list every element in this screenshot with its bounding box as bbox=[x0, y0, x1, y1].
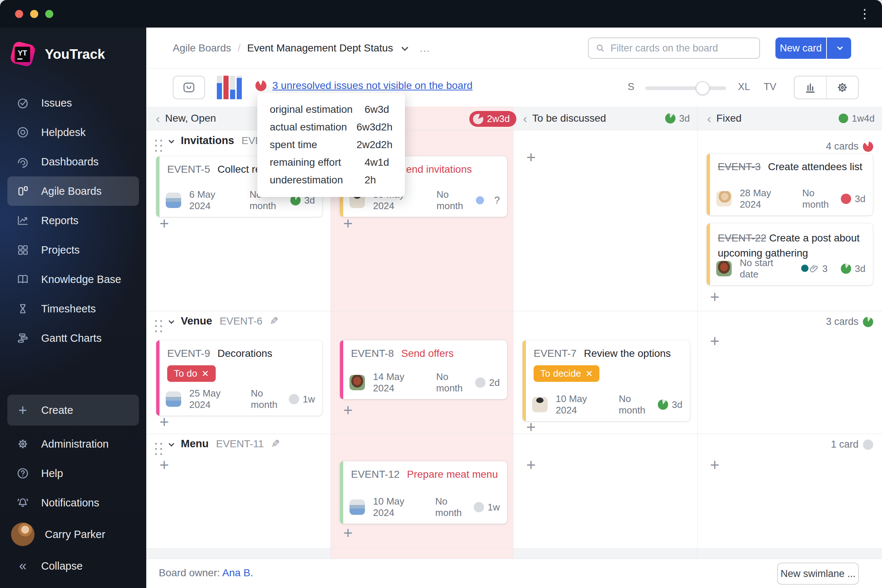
sidebar-item-administration[interactable]: Administration bbox=[0, 429, 146, 459]
new-swimlane-button[interactable]: New swimlane ... bbox=[777, 562, 859, 585]
add-card-button[interactable]: + bbox=[710, 334, 720, 348]
new-card-dropdown-button[interactable] bbox=[827, 38, 851, 59]
filter-input[interactable] bbox=[610, 43, 753, 54]
collapse-column-icon[interactable]: ‹ bbox=[707, 113, 711, 124]
card-event-12[interactable]: EVENT-12 Prepare meat menu 10 May 2024 N… bbox=[340, 461, 507, 524]
minimize-window-button[interactable] bbox=[30, 10, 38, 18]
youtrack-logo[interactable]: YT YouTrack bbox=[11, 42, 105, 66]
sidebar-item-label: Timesheets bbox=[41, 303, 96, 315]
swimlane-title[interactable]: Menu bbox=[181, 438, 209, 450]
tag-to-decide[interactable]: To decide✕ bbox=[534, 365, 599, 382]
sidebar-item-agile-boards[interactable]: Agile Boards bbox=[8, 176, 139, 206]
swimlane-title[interactable]: Invitations bbox=[181, 135, 234, 147]
column-header-to-be-discussed[interactable]: ‹ To be discussed 3d bbox=[513, 106, 697, 130]
sidebar-item-projects[interactable]: Projects bbox=[0, 235, 146, 265]
tooltip-value: 4w1d bbox=[364, 156, 389, 168]
unresolved-issues-link[interactable]: 3 unresolved issues not visible on the b… bbox=[272, 80, 472, 92]
add-card-button[interactable]: + bbox=[343, 525, 353, 540]
add-card-button[interactable]: + bbox=[526, 150, 536, 165]
chevron-down-icon[interactable] bbox=[169, 441, 175, 447]
board-more-menu[interactable]: … bbox=[419, 42, 431, 54]
board-owner-link[interactable]: Ana B. bbox=[222, 567, 253, 579]
card-event-7[interactable]: EVENT-7 Review the options To decide✕ 10… bbox=[523, 340, 690, 421]
add-card-button[interactable]: + bbox=[159, 458, 169, 472]
user-menu[interactable]: Carry Parker bbox=[0, 518, 146, 551]
card-color-edge bbox=[523, 340, 526, 421]
card-title[interactable]: Review the options bbox=[584, 348, 671, 359]
swimlane-title[interactable]: Venue bbox=[181, 315, 212, 327]
create-button[interactable]: + Create bbox=[8, 395, 139, 426]
card-title[interactable]: end invitations bbox=[406, 164, 472, 175]
slider-thumb[interactable] bbox=[696, 81, 710, 95]
add-card-button[interactable]: + bbox=[526, 458, 536, 472]
sidebar-item-issues[interactable]: Issues bbox=[0, 88, 146, 118]
breadcrumb-agile-boards[interactable]: Agile Boards bbox=[173, 42, 231, 54]
collapse-sidebar-button[interactable]: « Collapse bbox=[0, 551, 146, 580]
card-title[interactable]: Collect re bbox=[218, 164, 261, 175]
remove-tag-icon[interactable]: ✕ bbox=[585, 369, 593, 379]
chart-view-button[interactable] bbox=[795, 76, 826, 99]
card-id[interactable]: EVENT-5 bbox=[167, 164, 210, 175]
card-size-slider[interactable] bbox=[645, 86, 726, 90]
sidebar-item-gantt-charts[interactable]: Gantt Charts bbox=[0, 323, 146, 353]
teal-dot-icon bbox=[801, 265, 808, 272]
card-event-8[interactable]: EVENT-8 Send offers 14 May 2024 No month… bbox=[340, 340, 507, 399]
tv-mode-button[interactable]: TV bbox=[764, 81, 777, 93]
add-card-button[interactable]: + bbox=[159, 216, 169, 231]
pencil-icon[interactable]: ✎ bbox=[271, 438, 280, 450]
card-title[interactable]: Send offers bbox=[401, 348, 454, 359]
avatar bbox=[716, 261, 732, 276]
collapse-column-icon[interactable]: ‹ bbox=[523, 113, 527, 124]
chevron-down-icon[interactable] bbox=[169, 318, 175, 324]
close-window-button[interactable] bbox=[15, 10, 23, 18]
card-title[interactable]: Create attendees list bbox=[768, 161, 862, 173]
card-id[interactable]: EVENT-8 bbox=[351, 348, 394, 359]
swimlane-issue-id[interactable]: EVENT-11 bbox=[216, 438, 264, 450]
swimlane-issue-id[interactable]: EVENT-6 bbox=[219, 315, 262, 327]
sidebar-item-reports[interactable]: Reports bbox=[0, 206, 146, 235]
drag-handle-icon[interactable] bbox=[155, 140, 157, 141]
add-card-button[interactable]: + bbox=[343, 216, 353, 231]
add-card-button[interactable]: + bbox=[710, 290, 720, 304]
sidebar-item-label: Administration bbox=[41, 438, 109, 450]
new-card-button[interactable]: New card bbox=[776, 38, 826, 59]
drag-handle-icon[interactable] bbox=[155, 443, 157, 445]
add-card-button[interactable]: + bbox=[159, 414, 169, 429]
remove-tag-icon[interactable]: ✕ bbox=[202, 369, 209, 379]
card-id[interactable]: EVENT-3 bbox=[718, 161, 761, 173]
column-estimate: 3d bbox=[679, 113, 690, 124]
card-title[interactable]: Decorations bbox=[218, 348, 272, 359]
collapse-column-icon[interactable]: ‹ bbox=[156, 113, 160, 124]
zoom-window-button[interactable] bbox=[45, 10, 53, 18]
card-title[interactable]: Prepare meat menu bbox=[407, 469, 498, 480]
card-id[interactable]: EVENT-9 bbox=[167, 348, 210, 359]
sidebar-item-dashboards[interactable]: Dashboards bbox=[0, 147, 146, 176]
tag-to-do[interactable]: To do✕ bbox=[167, 365, 216, 382]
board-settings-button[interactable] bbox=[826, 76, 858, 99]
card-event-9[interactable]: EVENT-9 Decorations To do✕ 25 May 2024 N… bbox=[156, 340, 322, 416]
card-event-3[interactable]: EVENT-3 Create attendees list 28 May 202… bbox=[707, 154, 873, 215]
drag-handle-icon[interactable] bbox=[155, 320, 157, 322]
sidebar-item-knowledge-base[interactable]: Knowledge Base bbox=[0, 265, 146, 294]
card-id[interactable]: EVENT-12 bbox=[351, 469, 399, 480]
chevron-down-icon[interactable] bbox=[169, 138, 175, 144]
sidebar-item-timesheets[interactable]: Timesheets bbox=[0, 294, 146, 323]
card-event-22[interactable]: EVENT-22 Create a post about upcoming ga… bbox=[707, 224, 873, 285]
add-card-button[interactable]: + bbox=[710, 458, 720, 472]
backlog-panel-button[interactable] bbox=[173, 76, 205, 99]
card-id[interactable]: EVENT-22 bbox=[718, 232, 766, 244]
add-card-button[interactable]: + bbox=[526, 420, 536, 434]
gear-icon bbox=[836, 81, 849, 94]
column-header-fixed[interactable]: ‹ Fixed 1w4d bbox=[698, 106, 882, 130]
sidebar-item-notifications[interactable]: Notifications bbox=[0, 488, 146, 518]
sidebar-item-label: Dashboards bbox=[41, 156, 99, 168]
pencil-icon[interactable]: ✎ bbox=[270, 315, 278, 327]
add-card-button[interactable]: + bbox=[343, 403, 353, 417]
tooltip-label: spent time bbox=[270, 139, 357, 151]
board-progress-chart-icon[interactable] bbox=[217, 76, 243, 99]
chevron-down-icon[interactable] bbox=[402, 44, 408, 51]
sidebar-item-helpdesk[interactable]: Helpdesk bbox=[0, 118, 146, 147]
kebab-menu-icon[interactable]: ⋮ bbox=[858, 7, 871, 21]
card-id[interactable]: EVENT-7 bbox=[534, 348, 577, 359]
sidebar-item-help[interactable]: Help bbox=[0, 459, 146, 488]
